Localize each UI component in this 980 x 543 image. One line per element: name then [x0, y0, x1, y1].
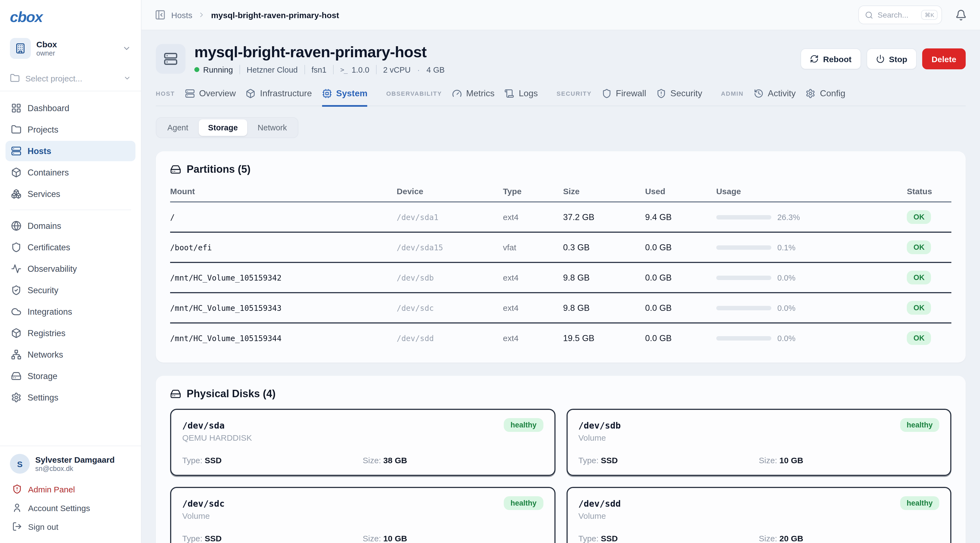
hard-drive-icon: [170, 164, 181, 175]
size-cell: 37.2 GB: [563, 202, 645, 232]
sidebar-item-label: Containers: [27, 168, 69, 178]
sidebar-item-dashboard[interactable]: Dashboard: [5, 98, 135, 118]
tab-activity[interactable]: Activity: [753, 89, 795, 107]
disk-type: Type:SSD: [182, 533, 363, 543]
sidebar-item-networks[interactable]: Networks: [5, 345, 135, 365]
drive-icon: [11, 371, 21, 381]
sidebar-item-observability[interactable]: Observability: [5, 259, 135, 279]
workspace-name: Cbox: [37, 40, 57, 49]
box-icon: [11, 167, 21, 178]
partitions-title: Partitions (5): [170, 164, 951, 176]
health-badge: healthy: [504, 418, 543, 432]
column-header-status: Status: [907, 184, 951, 202]
column-header-mount: Mount: [170, 184, 397, 202]
sidebar-item-hosts[interactable]: Hosts: [5, 141, 135, 161]
host-header: mysql-bright-raven-primary-host Running …: [156, 43, 966, 74]
disk-device: /dev/sda: [182, 420, 252, 431]
tab-security[interactable]: Security: [656, 89, 702, 107]
panel-collapse-icon[interactable]: [155, 10, 166, 21]
usage-progress-bar: [716, 215, 772, 219]
sidebar-item-domains[interactable]: Domains: [5, 216, 135, 236]
delete-button[interactable]: Delete: [922, 48, 966, 69]
search-placeholder: Search...: [878, 10, 908, 19]
search-shortcut-badge: ⌘K: [921, 10, 938, 20]
logout-icon: [12, 522, 22, 532]
tab-logs[interactable]: Logs: [504, 89, 538, 107]
sidebar: cbox Cbox owner Select project... Dashbo…: [0, 0, 142, 543]
tab-metrics[interactable]: Metrics: [452, 89, 495, 107]
tab-overview[interactable]: Overview: [185, 89, 235, 107]
used-cell: 0.0 GB: [645, 232, 716, 262]
status-dot: [194, 67, 199, 72]
bell-icon[interactable]: [955, 9, 967, 21]
disk-device: /dev/sdd: [578, 499, 621, 509]
user-menu-item-account-settings[interactable]: Account Settings: [8, 499, 133, 517]
memory-spec: 4 GB: [426, 65, 445, 74]
sidebar-item-label: Registries: [27, 328, 65, 338]
tab-group-admin: ADMINActivityConfig: [721, 89, 845, 106]
sidebar-item-projects[interactable]: Projects: [5, 119, 135, 140]
tab-label: Activity: [768, 89, 795, 98]
subtab-agent[interactable]: Agent: [158, 119, 198, 136]
chevron-right-icon: [198, 11, 206, 19]
box-icon: [246, 89, 256, 98]
partition-row-dev-sdc: /mnt/HC_Volume_105159343/dev/sdcext49.8 …: [170, 293, 951, 323]
disk-device: /dev/sdb: [578, 420, 621, 431]
search-input[interactable]: Search... ⌘K: [858, 5, 942, 24]
sidebar-item-settings[interactable]: Settings: [5, 387, 135, 408]
used-cell: 0.0 GB: [645, 262, 716, 293]
status-badge: OK: [907, 210, 931, 224]
device-cell: /dev/sdd: [397, 323, 503, 348]
page-title: mysql-bright-raven-primary-host: [194, 43, 445, 61]
user-menu-item-sign-out[interactable]: Sign out: [8, 518, 133, 535]
disk-grid: /dev/sdaQEMU HARDDISKhealthyType:SSDSize…: [170, 409, 951, 543]
sidebar-item-services[interactable]: Services: [5, 184, 135, 204]
device-cell: /dev/sda1: [397, 202, 503, 232]
partitions-table: MountDeviceTypeSizeUsedUsageStatus //dev…: [170, 184, 951, 348]
user-email: sn@cbox.dk: [35, 465, 115, 473]
breadcrumb-section[interactable]: Hosts: [171, 10, 192, 19]
box-icon: [11, 328, 21, 338]
tab-label: Logs: [519, 89, 538, 98]
sidebar-item-integrations[interactable]: Integrations: [5, 302, 135, 322]
sidebar-item-certificates[interactable]: Certificates: [5, 237, 135, 257]
tab-group-label: ADMIN: [721, 90, 743, 106]
tab-infrastructure[interactable]: Infrastructure: [246, 89, 312, 107]
user-menu-label: Account Settings: [28, 503, 90, 513]
brand-logo[interactable]: cbox: [0, 0, 141, 30]
sidebar-item-registries[interactable]: Registries: [5, 323, 135, 343]
subtab-storage[interactable]: Storage: [199, 119, 247, 136]
history-icon: [753, 89, 764, 98]
mount-cell: /boot/efi: [170, 232, 397, 262]
workspace-role: owner: [37, 49, 57, 57]
user-menu-item-admin-panel[interactable]: Admin Panel: [8, 480, 133, 498]
search-icon: [865, 11, 873, 19]
tab-system[interactable]: System: [322, 89, 368, 107]
tab-config[interactable]: Config: [805, 89, 845, 107]
used-cell: 0.0 GB: [645, 293, 716, 323]
tab-group-host: HOSTOverviewInfrastructureSystem: [156, 89, 368, 106]
sidebar-item-containers[interactable]: Containers: [5, 162, 135, 183]
size-cell: 9.8 GB: [563, 293, 645, 323]
health-badge: healthy: [900, 418, 939, 432]
partition-row-dev-sdb: /mnt/HC_Volume_105159342/dev/sdbext49.8 …: [170, 262, 951, 293]
reboot-button[interactable]: Reboot: [800, 48, 861, 69]
type-cell: ext4: [503, 293, 563, 323]
user-menu-label: Admin Panel: [28, 484, 75, 494]
disk-model: Volume: [578, 433, 621, 442]
subtab-network[interactable]: Network: [248, 119, 296, 136]
status-cell: OK: [907, 262, 951, 293]
health-badge: healthy: [504, 496, 543, 510]
project-selector[interactable]: Select project...: [0, 68, 141, 91]
topbar: Hosts mysql-bright-raven-primary-host Se…: [142, 0, 980, 30]
shield-alert-icon: [656, 89, 666, 98]
sidebar-item-storage[interactable]: Storage: [5, 366, 135, 386]
stop-button[interactable]: Stop: [866, 48, 917, 69]
tab-firewall[interactable]: Firewall: [601, 89, 646, 107]
workspace-selector[interactable]: Cbox owner: [5, 33, 135, 63]
sidebar-item-label: Settings: [27, 392, 58, 402]
usage-progress-bar: [716, 306, 772, 310]
user-row: S Sylvester Damgaard sn@cbox.dk: [8, 454, 133, 474]
sidebar-item-security[interactable]: Security: [5, 280, 135, 300]
refresh-icon: [810, 54, 819, 63]
